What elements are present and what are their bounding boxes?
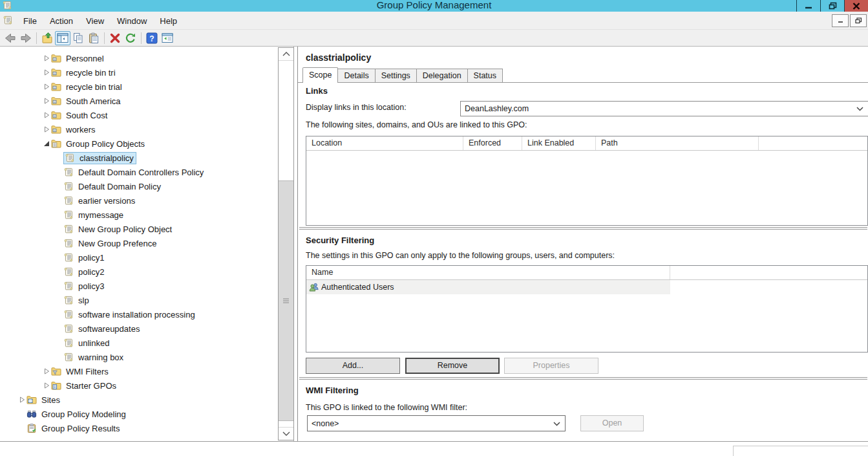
tree-item-earlier-versions[interactable]: earlier versions bbox=[0, 193, 278, 208]
tree-item-group-policy-modeling[interactable]: Group Policy Modeling bbox=[0, 407, 278, 421]
expand-collapsed-icon[interactable] bbox=[42, 125, 51, 134]
tree-item-policy1[interactable]: policy1 bbox=[0, 250, 278, 265]
up-one-level-icon[interactable] bbox=[39, 31, 55, 45]
remove-button[interactable]: Remove bbox=[405, 358, 500, 374]
menu-view[interactable]: View bbox=[79, 14, 111, 28]
tree-item-label: recycle bin trial bbox=[64, 81, 124, 92]
tree-item-policy3[interactable]: policy3 bbox=[0, 279, 278, 293]
tree-item-label: New Group Prefence bbox=[76, 238, 158, 249]
delete-icon[interactable] bbox=[107, 31, 123, 45]
column-header-enforced[interactable]: Enforced bbox=[463, 136, 522, 150]
show-console-tree-icon[interactable] bbox=[55, 31, 70, 45]
expand-collapsed-icon[interactable] bbox=[42, 54, 51, 63]
tree-item-recycle-bin-tri[interactable]: recycle bin tri bbox=[0, 65, 278, 80]
tree-item-classtrialpolicy[interactable]: classtrialpolicy bbox=[0, 151, 278, 165]
tree-item-sites[interactable]: Sites bbox=[0, 393, 278, 407]
links-table: LocationEnforcedLink EnabledPath bbox=[306, 136, 868, 226]
tree-item-mymessage[interactable]: mymessage bbox=[0, 208, 278, 222]
expand-collapsed-icon[interactable] bbox=[42, 68, 51, 77]
tree-item-softwareupdates[interactable]: softwareupdates bbox=[0, 321, 278, 336]
column-header-path[interactable]: Path bbox=[596, 136, 759, 150]
no-expander bbox=[54, 324, 63, 333]
expand-collapsed-icon[interactable] bbox=[42, 82, 51, 91]
chevron-down-icon bbox=[856, 107, 863, 111]
tree-item-software-installation-processing[interactable]: software installation processing bbox=[0, 307, 278, 321]
toolbar-separator bbox=[36, 32, 37, 44]
tree-item-wmi-filters[interactable]: WMI Filters bbox=[0, 364, 278, 378]
expand-expanded-icon[interactable] bbox=[42, 139, 51, 148]
no-expander bbox=[54, 310, 63, 319]
tree-item-new-group-prefence[interactable]: New Group Prefence bbox=[0, 236, 278, 250]
open-button[interactable]: Open bbox=[580, 415, 644, 431]
tree-item-south-cost[interactable]: South Cost bbox=[0, 108, 278, 122]
security-table-header: Name bbox=[306, 266, 867, 280]
paste-icon[interactable] bbox=[86, 31, 101, 45]
tree-item-workers[interactable]: workers bbox=[0, 122, 278, 136]
child-minimize-icon bbox=[838, 18, 843, 23]
expand-collapsed-icon[interactable] bbox=[17, 395, 26, 404]
window-title: Group Policy Management bbox=[0, 0, 868, 12]
expand-collapsed-icon[interactable] bbox=[42, 111, 51, 120]
tab-details[interactable]: Details bbox=[338, 69, 375, 83]
scroll-down-button[interactable] bbox=[279, 427, 293, 440]
selected-tree-item: classtrialpolicy bbox=[63, 152, 136, 164]
tab-delegation[interactable]: Delegation bbox=[417, 69, 468, 83]
expand-collapsed-icon[interactable] bbox=[42, 381, 51, 390]
scroll-thumb[interactable] bbox=[279, 180, 293, 421]
tree-item-recycle-bin-trial[interactable]: recycle bin trial bbox=[0, 80, 278, 94]
menu-file[interactable]: File bbox=[17, 14, 43, 28]
no-expander bbox=[54, 267, 63, 276]
ou-folder-icon bbox=[51, 96, 61, 106]
close-button[interactable] bbox=[844, 0, 868, 12]
child-minimize-button[interactable] bbox=[832, 14, 849, 27]
tab-status[interactable]: Status bbox=[468, 69, 503, 83]
copy-icon[interactable] bbox=[70, 31, 86, 45]
tree-item-unlinked[interactable]: unlinked bbox=[0, 336, 278, 350]
new-window-icon[interactable] bbox=[160, 31, 175, 45]
tree-item-starter-gpos[interactable]: Starter GPOs bbox=[0, 378, 278, 393]
properties-button[interactable]: Properties bbox=[504, 358, 598, 374]
restore-button[interactable] bbox=[820, 0, 844, 12]
minimize-button[interactable] bbox=[796, 0, 820, 12]
tree-item-group-policy-objects[interactable]: Group Policy Objects bbox=[0, 136, 278, 151]
tree-item-default-domain-controllers-policy[interactable]: Default Domain Controllers Policy bbox=[0, 165, 278, 179]
column-header-link-enabled[interactable]: Link Enabled bbox=[522, 136, 596, 150]
scroll-up-button[interactable] bbox=[279, 48, 293, 61]
refresh-icon[interactable] bbox=[123, 31, 138, 45]
tree-item-personnel[interactable]: Personnel bbox=[0, 51, 278, 65]
tree-item-default-domain-policy[interactable]: Default Domain Policy bbox=[0, 179, 278, 193]
help-icon[interactable]: ? bbox=[144, 31, 160, 45]
menu-action[interactable]: Action bbox=[43, 14, 79, 28]
tree-item-south-america[interactable]: South America bbox=[0, 94, 278, 108]
tab-scope[interactable]: Scope bbox=[302, 67, 338, 83]
gpo-icon bbox=[63, 295, 74, 305]
results-icon bbox=[26, 423, 37, 433]
tree-item-group-policy-results[interactable]: Group Policy Results bbox=[0, 421, 278, 435]
column-header-location[interactable]: Location bbox=[306, 136, 463, 150]
tree-item-slp[interactable]: slp bbox=[0, 293, 278, 307]
gpo-icon bbox=[63, 323, 74, 334]
expand-collapsed-icon[interactable] bbox=[42, 367, 51, 376]
location-combobox[interactable]: DeanLashley.com bbox=[460, 101, 868, 116]
child-restore-button[interactable] bbox=[850, 14, 867, 27]
no-expander bbox=[54, 210, 63, 219]
menu-window[interactable]: Window bbox=[111, 14, 153, 28]
wmi-filter-combobox[interactable]: <none> bbox=[307, 415, 566, 431]
expand-collapsed-icon[interactable] bbox=[42, 96, 51, 105]
tree-item-policy2[interactable]: policy2 bbox=[0, 265, 278, 279]
tab-settings[interactable]: Settings bbox=[376, 69, 417, 83]
console-icon bbox=[3, 15, 14, 26]
gpo-icon bbox=[63, 224, 74, 234]
tree-scrollbar[interactable] bbox=[278, 47, 294, 440]
gpo-tabs: ScopeDetailsSettingsDelegationStatus bbox=[302, 67, 503, 83]
forward-icon[interactable] bbox=[18, 31, 34, 45]
tree-item-warning-box[interactable]: warning box bbox=[0, 350, 278, 364]
column-header-name[interactable]: Name bbox=[306, 266, 670, 279]
menu-help[interactable]: Help bbox=[153, 14, 184, 28]
security-row-authenticated-users[interactable]: Authenticated Users bbox=[306, 280, 670, 294]
add-button[interactable]: Add... bbox=[306, 358, 400, 374]
security-filtering-description: The settings in this GPO can only apply … bbox=[306, 251, 615, 260]
ou-folder-icon bbox=[51, 81, 61, 92]
tree-item-new-group-policy-object[interactable]: New Group Policy Object bbox=[0, 222, 278, 236]
back-icon[interactable] bbox=[3, 31, 18, 45]
